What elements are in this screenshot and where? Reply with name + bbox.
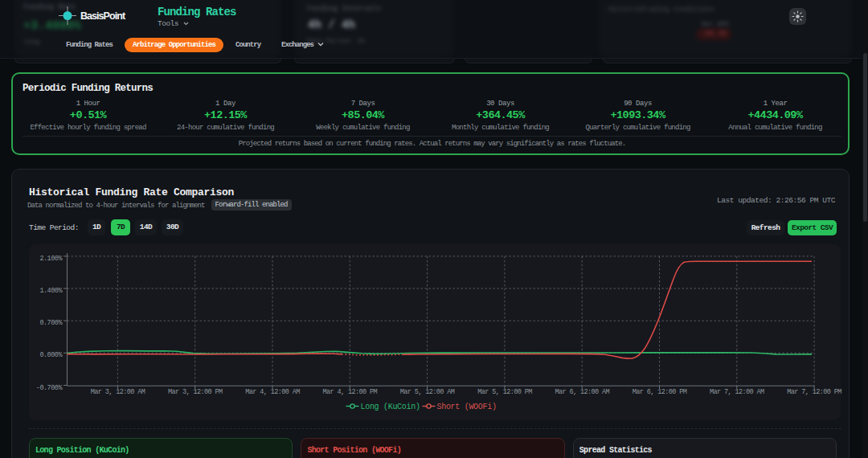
svg-text:-0.700%: -0.700% (36, 384, 63, 392)
svg-text:Short (WOOFi): Short (WOOFi) (437, 403, 497, 411)
svg-text:Mar 6, 12:00 PM: Mar 6, 12:00 PM (633, 388, 687, 396)
svg-text:Mar 3, 12:00 AM: Mar 3, 12:00 AM (91, 388, 145, 396)
svg-text:Mar 7, 12:00 AM: Mar 7, 12:00 AM (710, 388, 764, 396)
svg-text:2.100%: 2.100% (39, 255, 63, 263)
svg-text:Mar 5, 12:00 PM: Mar 5, 12:00 PM (477, 388, 532, 396)
svg-text:Mar 4, 12:00 PM: Mar 4, 12:00 PM (323, 388, 378, 396)
svg-text:0.700%: 0.700% (39, 319, 63, 327)
svg-text:1.400%: 1.400% (39, 287, 63, 295)
svg-text:Mar 7, 12:00 PM: Mar 7, 12:00 PM (787, 388, 841, 396)
svg-text:Mar 3, 12:00 PM: Mar 3, 12:00 PM (168, 388, 223, 396)
svg-text:0.000%: 0.000% (39, 351, 63, 359)
svg-text:Mar 6, 12:00 AM: Mar 6, 12:00 AM (555, 388, 609, 396)
svg-text:Mar 5, 12:00 AM: Mar 5, 12:00 AM (400, 388, 455, 396)
svg-text:Long (KuCoin): Long (KuCoin) (361, 403, 420, 411)
svg-text:Mar 4, 12:00 AM: Mar 4, 12:00 AM (245, 388, 300, 396)
